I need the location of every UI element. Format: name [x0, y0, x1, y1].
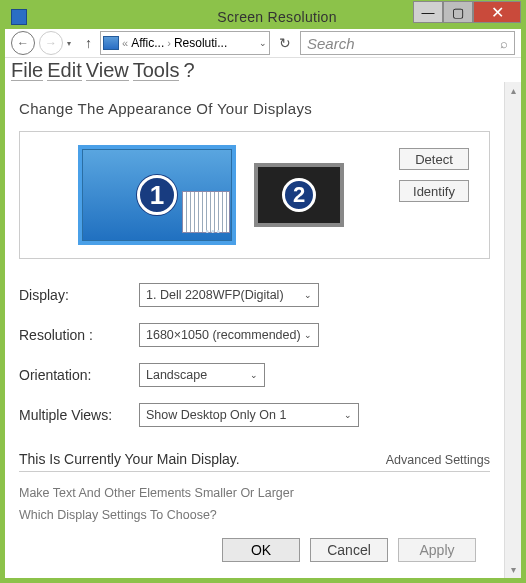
close-button[interactable]: ✕	[473, 1, 521, 23]
preview-buttons: Detect Identify	[399, 148, 469, 202]
display-preview: 1 ••• 2 Detect Identify	[19, 131, 490, 259]
orientation-label: Orientation:	[19, 367, 139, 383]
chevron-down-icon: ⌄	[304, 290, 312, 300]
vertical-scrollbar[interactable]: ▴ ▾	[504, 82, 521, 578]
nav-history-dropdown[interactable]: ▾	[67, 39, 77, 48]
help-links: Make Text And Other Elements Smaller Or …	[19, 486, 490, 522]
ok-button[interactable]: OK	[222, 538, 300, 562]
breadcrumb-seg-1[interactable]: Affic...	[131, 36, 164, 50]
display-label: Display:	[19, 287, 139, 303]
window-controls: — ▢ ✕	[413, 1, 521, 23]
breadcrumb[interactable]: « Affic... › Resoluti... ⌄	[100, 31, 270, 55]
monitor-2[interactable]: 2	[254, 163, 344, 227]
scroll-down-arrow[interactable]: ▾	[505, 561, 521, 578]
breadcrumb-dropdown-icon[interactable]: ⌄	[259, 38, 267, 48]
breadcrumb-seg-2[interactable]: Resoluti...	[174, 36, 227, 50]
orientation-value: Landscape	[146, 368, 207, 382]
monitor-1[interactable]: 1 •••	[78, 145, 236, 245]
scroll-track[interactable]	[505, 99, 521, 561]
monitor-icon	[103, 36, 119, 50]
search-input[interactable]: Search ⌕	[300, 31, 515, 55]
chevron-down-icon: ⌄	[344, 410, 352, 420]
identify-button[interactable]: Identify	[399, 180, 469, 202]
up-button[interactable]: ↑	[81, 35, 96, 51]
window-frame: Screen Resolution — ▢ ✕ ← → ▾ ↑ « Affic.…	[0, 0, 526, 583]
multiple-views-value: Show Desktop Only On 1	[146, 408, 286, 422]
search-icon: ⌕	[500, 36, 508, 51]
menu-help[interactable]: ?	[183, 60, 194, 80]
page-title: Change The Appearance Of Your Displays	[19, 100, 490, 117]
orientation-select[interactable]: Landscape ⌄	[139, 363, 265, 387]
display-select[interactable]: 1. Dell 2208WFP(Digital) ⌄	[139, 283, 319, 307]
refresh-button[interactable]: ↻	[274, 32, 296, 54]
maximize-button[interactable]: ▢	[443, 1, 473, 23]
back-button[interactable]: ←	[11, 31, 35, 55]
menu-tools[interactable]: Tools	[133, 60, 180, 81]
monitor-2-number: 2	[282, 178, 316, 212]
main-display-text: This Is Currently Your Main Display.	[19, 451, 240, 467]
menu-file[interactable]: File	[11, 60, 43, 81]
monitor-1-dots: •••	[205, 226, 222, 237]
resolution-label: Resolution :	[19, 327, 139, 343]
cancel-button[interactable]: Cancel	[310, 538, 388, 562]
forward-button[interactable]: →	[39, 31, 63, 55]
text-size-link[interactable]: Make Text And Other Elements Smaller Or …	[19, 486, 490, 500]
resolution-select[interactable]: 1680×1050 (recommended) ⌄	[139, 323, 319, 347]
main-display-row: This Is Currently Your Main Display. Adv…	[19, 451, 490, 472]
app-icon	[11, 9, 27, 25]
resolution-value: 1680×1050 (recommended)	[146, 328, 301, 342]
menubar: File Edit View Tools ?	[5, 58, 521, 82]
chevron-down-icon: ⌄	[304, 330, 312, 340]
advanced-settings-link[interactable]: Advanced Settings	[386, 453, 490, 467]
nav-toolbar: ← → ▾ ↑ « Affic... › Resoluti... ⌄ ↻ Sea…	[5, 29, 521, 58]
titlebar: Screen Resolution — ▢ ✕	[5, 5, 521, 29]
menu-edit[interactable]: Edit	[47, 60, 81, 81]
multiple-views-label: Multiple Views:	[19, 407, 139, 423]
chevron-down-icon: ⌄	[250, 370, 258, 380]
apply-button: Apply	[398, 538, 476, 562]
content-area: Change The Appearance Of Your Displays 1…	[5, 82, 521, 578]
monitor-1-number: 1	[137, 175, 177, 215]
breadcrumb-chevron: ›	[167, 37, 171, 49]
breadcrumb-sep: «	[122, 37, 128, 49]
minimize-button[interactable]: —	[413, 1, 443, 23]
search-placeholder: Search	[307, 35, 355, 52]
monitor-group: 1 ••• 2	[78, 145, 344, 245]
detect-button[interactable]: Detect	[399, 148, 469, 170]
display-value: 1. Dell 2208WFP(Digital)	[146, 288, 284, 302]
multiple-views-select[interactable]: Show Desktop Only On 1 ⌄	[139, 403, 359, 427]
content-panel: Change The Appearance Of Your Displays 1…	[5, 82, 504, 578]
scroll-up-arrow[interactable]: ▴	[505, 82, 521, 99]
menu-view[interactable]: View	[86, 60, 129, 81]
settings-form: Display: 1. Dell 2208WFP(Digital) ⌄ Reso…	[19, 283, 490, 427]
which-settings-link[interactable]: Which Display Settings To Choose?	[19, 508, 490, 522]
dialog-buttons: OK Cancel Apply	[19, 530, 490, 570]
